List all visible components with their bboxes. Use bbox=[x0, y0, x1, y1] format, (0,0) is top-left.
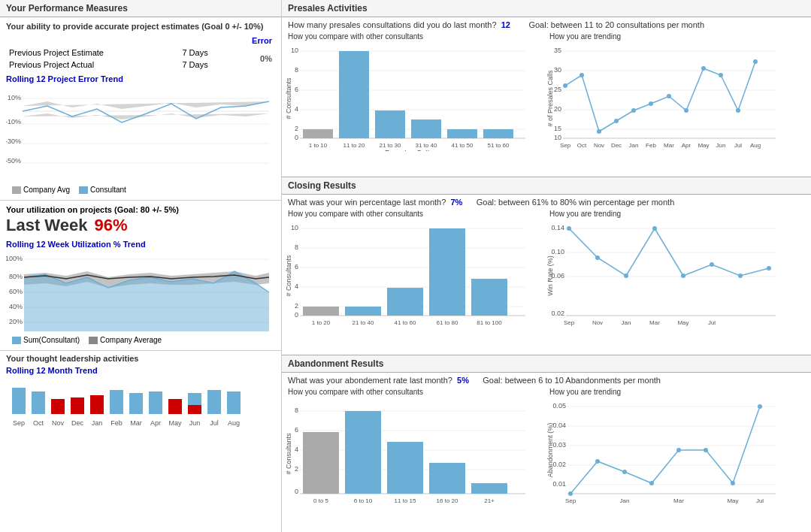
presales-trend-col: How you are trending 35 30 25 20 15 10 bbox=[546, 32, 808, 153]
presales-compare-col: How you compare with other consultants 1… bbox=[285, 32, 546, 153]
svg-text:Mar: Mar bbox=[664, 142, 674, 149]
svg-text:4: 4 bbox=[295, 105, 298, 113]
svg-text:0 to 5: 0 to 5 bbox=[313, 497, 329, 504]
svg-text:15: 15 bbox=[554, 125, 561, 132]
presales-section: Presales Activities How many presales co… bbox=[282, 0, 811, 177]
svg-point-88 bbox=[614, 119, 619, 123]
svg-text:Oct: Oct bbox=[577, 142, 587, 149]
svg-text:Win Rate (%): Win Rate (%) bbox=[379, 328, 423, 328]
legend-sum-consultant-box bbox=[12, 337, 21, 344]
svg-text:Sep: Sep bbox=[564, 319, 575, 326]
svg-text:31 to 40: 31 to 40 bbox=[416, 142, 437, 149]
closing-section: Closing Results What was your win percen… bbox=[282, 177, 811, 355]
svg-point-86 bbox=[580, 73, 584, 77]
svg-text:61 to 80: 61 to 80 bbox=[437, 319, 458, 326]
closing-trend-title: How you are trending bbox=[546, 210, 808, 218]
svg-rect-60 bbox=[339, 51, 369, 138]
svg-text:0: 0 bbox=[295, 134, 298, 141]
presales-compare-title: How you compare with other consultants bbox=[285, 32, 546, 41]
svg-text:0.14: 0.14 bbox=[551, 224, 564, 231]
util-week-label: Last Week bbox=[6, 216, 87, 234]
svg-text:8: 8 bbox=[295, 243, 298, 251]
closing-section-title: Closing Results bbox=[282, 177, 811, 195]
svg-point-144 bbox=[624, 274, 628, 278]
svg-text:0.10: 0.10 bbox=[551, 248, 564, 255]
svg-point-91 bbox=[667, 94, 671, 98]
svg-rect-28 bbox=[129, 393, 143, 414]
svg-rect-62 bbox=[411, 119, 441, 138]
svg-point-90 bbox=[649, 101, 653, 106]
svg-text:20%: 20% bbox=[9, 318, 23, 325]
svg-text:# Consultants: # Consultants bbox=[285, 433, 292, 475]
svg-text:Sep: Sep bbox=[13, 419, 25, 427]
svg-text:# Consultants: # Consultants bbox=[285, 77, 292, 119]
left-panel-title: Your Performance Measures bbox=[0, 0, 281, 17]
left-panel: Your Performance Measures Your ability t… bbox=[0, 0, 282, 532]
presales-question: How many presales consultations did you … bbox=[288, 20, 497, 29]
svg-rect-34 bbox=[227, 391, 241, 414]
closing-charts-row: How you compare with other consultants 1… bbox=[282, 208, 811, 331]
svg-text:Nov: Nov bbox=[592, 319, 603, 326]
svg-text:Jan: Jan bbox=[622, 319, 631, 326]
svg-text:0.04: 0.04 bbox=[552, 422, 566, 429]
thought-svg: Sep Oct Nov Dec Jan Feb Mar Apr May Jun … bbox=[6, 376, 273, 429]
svg-text:Jan: Jan bbox=[620, 497, 630, 504]
svg-text:0: 0 bbox=[295, 488, 298, 495]
presales-section-title: Presales Activities bbox=[282, 0, 811, 17]
svg-point-190 bbox=[568, 491, 573, 496]
svg-text:21 to 30: 21 to 30 bbox=[380, 142, 401, 149]
svg-point-148 bbox=[738, 274, 743, 278]
estimate-title: Your ability to provide accurate project… bbox=[6, 22, 275, 31]
svg-text:41 to 60: 41 to 60 bbox=[395, 319, 416, 326]
right-panel: Presales Activities How many presales co… bbox=[282, 0, 811, 532]
svg-text:6: 6 bbox=[295, 426, 298, 434]
svg-rect-59 bbox=[303, 129, 333, 138]
main-container: Your Performance Measures Your ability t… bbox=[0, 0, 811, 532]
closing-question-value: 7% bbox=[450, 198, 462, 207]
svg-text:2: 2 bbox=[295, 125, 298, 132]
svg-text:Sep: Sep bbox=[565, 497, 576, 504]
svg-text:# of Presales Calls: # of Presales Calls bbox=[546, 70, 554, 127]
svg-point-195 bbox=[704, 448, 708, 452]
abandon-question-line: What was your abondement rate last month… bbox=[288, 376, 805, 385]
presales-header: How many presales consultations did you … bbox=[282, 17, 811, 31]
util-trend-chart: 100% 80% 60% 40% 20% bbox=[6, 250, 275, 334]
svg-point-94 bbox=[719, 73, 723, 77]
svg-text:16 to 20: 16 to 20 bbox=[437, 497, 458, 504]
svg-text:Nov: Nov bbox=[52, 419, 65, 427]
svg-text:10: 10 bbox=[291, 224, 298, 231]
svg-text:May: May bbox=[698, 142, 709, 149]
svg-text:6: 6 bbox=[295, 86, 298, 93]
presales-question-line: How many presales consultations did you … bbox=[288, 20, 805, 29]
svg-rect-33 bbox=[207, 390, 221, 414]
svg-point-93 bbox=[701, 66, 706, 71]
svg-text:30: 30 bbox=[554, 66, 561, 74]
legend-company-average-box bbox=[89, 337, 98, 344]
svg-text:Jul: Jul bbox=[756, 497, 764, 504]
svg-text:-10%: -10% bbox=[6, 118, 21, 125]
abandon-compare-title: How you compare with other consultants bbox=[285, 388, 546, 396]
svg-text:0.01: 0.01 bbox=[552, 480, 566, 488]
svg-text:# Consultants: # Consultants bbox=[285, 255, 292, 297]
legend-company-avg: Company Avg bbox=[12, 186, 70, 194]
svg-text:Jan: Jan bbox=[629, 142, 639, 149]
abandon-section: Abandonment Results What was your abonde… bbox=[282, 355, 811, 532]
svg-text:Dec: Dec bbox=[71, 419, 84, 427]
abandon-trend-col: How you are trending 0.05 0.04 0.03 0.02… bbox=[546, 388, 808, 508]
closing-compare-title: How you compare with other consultants bbox=[285, 210, 546, 218]
svg-rect-171 bbox=[471, 483, 507, 494]
svg-text:10%: 10% bbox=[8, 94, 21, 101]
svg-text:Win Rate (%): Win Rate (%) bbox=[546, 256, 554, 297]
svg-text:Feb: Feb bbox=[646, 142, 656, 149]
est-val-1: 7 Days bbox=[180, 47, 231, 58]
svg-text:Abandonment (%): Abandonment (%) bbox=[546, 422, 554, 477]
svg-text:May: May bbox=[677, 319, 688, 326]
svg-text:35: 35 bbox=[554, 47, 561, 54]
svg-text:Jun: Jun bbox=[189, 419, 201, 427]
svg-text:2: 2 bbox=[295, 302, 298, 310]
svg-point-96 bbox=[753, 59, 758, 64]
svg-text:4: 4 bbox=[295, 283, 298, 290]
svg-text:1 to 20: 1 to 20 bbox=[312, 319, 331, 326]
svg-point-197 bbox=[758, 404, 762, 409]
legend-consultant: Consultant bbox=[79, 186, 126, 194]
